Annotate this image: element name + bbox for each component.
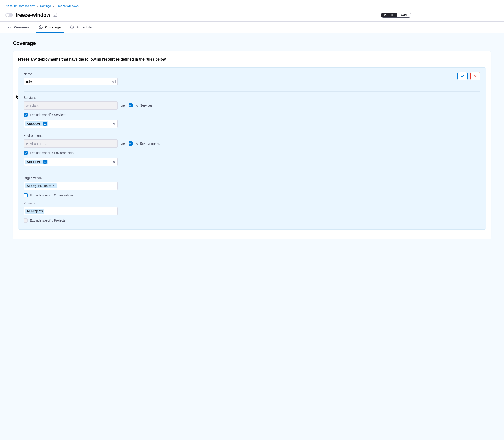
projects-input[interactable]: All Projects xyxy=(24,207,118,215)
view-mode-yaml[interactable]: YAML xyxy=(397,13,411,17)
all-services-checkbox[interactable] xyxy=(128,103,133,108)
organization-token[interactable]: All Organizations xyxy=(25,183,57,189)
excluded-environments-input[interactable]: ACCOUNT 1 xyxy=(24,158,118,166)
edit-icon[interactable] xyxy=(53,13,57,17)
chevron-right-icon: › xyxy=(81,4,82,8)
cancel-button[interactable] xyxy=(470,72,480,80)
coverage-panel: Freeze any deployments that have the fol… xyxy=(13,51,491,239)
organization-input[interactable]: All Organizations xyxy=(24,182,118,190)
or-label: OR xyxy=(121,104,125,107)
exclude-environments-checkbox[interactable] xyxy=(24,151,28,155)
enable-toggle[interactable] xyxy=(5,13,13,17)
check-icon xyxy=(460,74,465,79)
environments-select[interactable]: Environments xyxy=(24,139,118,148)
name-label: Name xyxy=(24,72,118,76)
check-icon xyxy=(8,25,12,29)
or-label: OR xyxy=(121,142,125,145)
tab-coverage-label: Coverage xyxy=(45,25,61,29)
organization-group: Organization All Organizations Exclude s… xyxy=(24,176,480,197)
projects-label: Projects xyxy=(24,202,480,205)
svg-rect-2 xyxy=(112,80,116,83)
services-label: Services xyxy=(24,96,480,99)
name-input[interactable] xyxy=(24,78,118,85)
tab-overview[interactable]: Overview xyxy=(8,22,30,33)
breadcrumb-freeze-windows[interactable]: Freeze Windows xyxy=(56,4,78,8)
token-count-badge: 1 xyxy=(43,160,47,164)
environments-label: Environments xyxy=(24,134,480,138)
all-services-label: All Services xyxy=(136,104,153,107)
projects-group: Projects All Projects Exclude specific P… xyxy=(24,202,480,222)
svg-point-3 xyxy=(112,81,113,82)
page-title: freeze-window xyxy=(15,12,50,18)
exclude-projects-checkbox xyxy=(24,219,28,222)
organization-label: Organization xyxy=(24,176,480,180)
page-header: freeze-window VISUAL YAML xyxy=(0,11,504,22)
section-title: Coverage xyxy=(13,40,491,46)
tab-schedule-label: Schedule xyxy=(76,25,92,29)
panel-subtitle: Freeze any deployments that have the fol… xyxy=(18,57,486,62)
breadcrumb-settings[interactable]: Settings xyxy=(40,4,51,8)
all-environments-label: All Environments xyxy=(136,142,160,145)
chevron-right-icon: › xyxy=(37,4,38,8)
services-select[interactable]: Services xyxy=(24,101,118,110)
exclude-services-label: Exclude specific Services xyxy=(30,113,66,117)
exclude-organizations-checkbox[interactable] xyxy=(24,193,28,197)
breadcrumb-account[interactable]: Account: harness-dev xyxy=(6,4,35,8)
view-mode-toggle[interactable]: VISUAL YAML xyxy=(381,13,412,18)
tab-coverage[interactable]: Coverage xyxy=(39,22,61,33)
gear-icon xyxy=(39,25,43,29)
svg-point-0 xyxy=(40,27,41,28)
excluded-services-input[interactable]: ACCOUNT 1 xyxy=(24,120,118,128)
environment-token[interactable]: ACCOUNT 1 xyxy=(25,159,48,164)
remove-token-icon[interactable] xyxy=(52,185,55,187)
id-card-icon[interactable] xyxy=(112,80,116,83)
exclude-environments-label: Exclude specific Environments xyxy=(30,151,74,155)
exclude-services-checkbox[interactable] xyxy=(24,113,28,117)
project-token[interactable]: All Projects xyxy=(25,209,45,214)
confirm-button[interactable] xyxy=(458,72,468,80)
environments-group: Environments Environments OR All Environ… xyxy=(24,134,480,166)
tab-overview-label: Overview xyxy=(14,25,30,29)
tab-schedule[interactable]: Schedule xyxy=(70,22,92,33)
chevron-right-icon: › xyxy=(53,4,54,8)
service-token[interactable]: ACCOUNT 1 xyxy=(25,122,48,126)
rule-card: Name xyxy=(18,67,486,230)
exclude-projects-label: Exclude specific Projects xyxy=(30,219,65,222)
view-mode-visual[interactable]: VISUAL xyxy=(381,13,397,17)
services-group: Services Services OR All Services Exclud… xyxy=(24,96,480,128)
clear-icon[interactable] xyxy=(112,122,115,125)
clear-icon[interactable] xyxy=(112,160,115,163)
breadcrumb: Account: harness-dev › Settings › Freeze… xyxy=(0,0,504,11)
close-icon xyxy=(473,74,477,78)
tab-bar: Overview Coverage Schedule xyxy=(0,22,504,33)
token-count-badge: 1 xyxy=(43,122,47,126)
content-area: Coverage Freeze any deployments that hav… xyxy=(0,33,504,440)
exclude-organizations-label: Exclude specific Organizations xyxy=(30,193,74,197)
clock-icon xyxy=(70,25,74,29)
divider xyxy=(24,92,480,92)
all-environments-checkbox[interactable] xyxy=(128,142,133,145)
